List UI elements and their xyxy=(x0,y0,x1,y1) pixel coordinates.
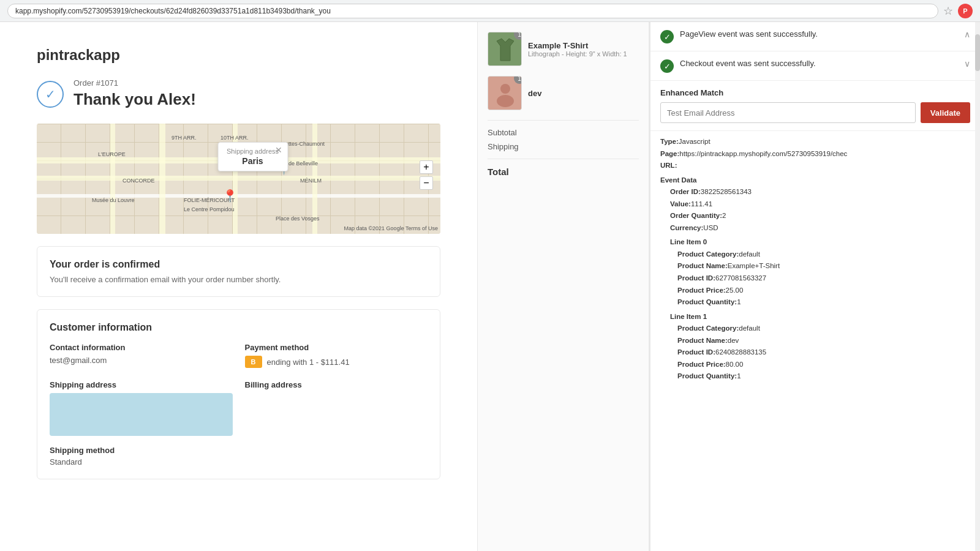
page-row: Page:https://pintrackapp.myshopify.com/5… xyxy=(660,148,970,160)
event-data-section: Type:Javascript Page:https://pintrackapp… xyxy=(650,131,980,388)
url-label: URL: xyxy=(660,162,677,169)
map-label-menilm: MÉNILM xyxy=(300,178,322,184)
pageview-notification: ✓ PageView event was sent successfully. … xyxy=(650,22,980,51)
contact-value: test@gmail.com xyxy=(50,356,233,365)
validate-button[interactable]: Validate xyxy=(921,102,970,123)
li1-quantity-row: Product Quantity:1 xyxy=(660,370,970,383)
value-label: Value: xyxy=(670,200,691,208)
enhanced-match-title: Enhanced Match xyxy=(660,88,970,97)
map-pin-icon: 📍 xyxy=(222,189,238,203)
map-label-9th: 9TH ARR. xyxy=(172,135,197,141)
order-quantity-row: Order Quantity:2 xyxy=(660,210,970,222)
checkout-success-icon: ✓ xyxy=(660,59,674,73)
total-row: Total xyxy=(488,167,639,177)
shipping-method-label: Shipping method xyxy=(50,446,428,455)
order-summary-panel: 1 Example T-Shirt Lithograph - Height: 9… xyxy=(478,22,649,551)
email-input[interactable] xyxy=(660,102,916,123)
li0-quantity-row: Product Quantity:1 xyxy=(660,296,970,309)
map-label-pompidou: Le Centre Pompidou xyxy=(184,206,235,212)
pageview-notif-text: PageView event was sent successfully. xyxy=(680,29,958,39)
map-label-vosges: Place des Vosges xyxy=(276,216,320,222)
li0-price-row: Product Price:25.00 xyxy=(660,285,970,297)
shipping-address-label: Shipping address xyxy=(50,380,233,389)
product-details-1: dev xyxy=(528,89,639,98)
order-quantity-label: Order Quantity: xyxy=(670,212,722,219)
payment-value: ending with 1 - $111.41 xyxy=(267,358,350,367)
li1-quantity-value: 1 xyxy=(737,372,741,380)
confirmed-text: You'll receive a confirmation email with… xyxy=(50,275,428,284)
contact-info-block: Contact information test@gmail.com xyxy=(50,343,233,368)
value-row: Value:111.41 xyxy=(660,198,970,211)
main-layout: pintrackapp ✓ Order #1071 Thank you Alex… xyxy=(0,22,980,551)
map-label-10th: 10TH ARR. xyxy=(221,135,249,141)
product-thumbnail-0: 1 xyxy=(488,32,522,66)
shipping-address-content xyxy=(50,393,233,436)
subtotal-label: Subtotal xyxy=(488,128,517,137)
currency-row: Currency:USD xyxy=(660,222,970,234)
tracker-panel: ✓ PageView event was sent successfully. … xyxy=(649,22,980,551)
type-label: Type: xyxy=(660,138,679,145)
li0-quantity-label: Product Quantity: xyxy=(677,298,737,305)
map-tooltip: ✕ Shipping address Paris xyxy=(217,142,288,171)
url-bar[interactable]: kapp.myshopify.com/52730953919/checkouts… xyxy=(7,4,938,18)
map-label-concorde: CONCORDE xyxy=(123,178,155,184)
shipping-row: Shipping xyxy=(488,142,639,151)
order-confirmation: ✓ Order #1071 Thank you Alex! xyxy=(37,78,440,109)
scrollbar-thumb[interactable] xyxy=(975,34,980,71)
check-circle-icon: ✓ xyxy=(37,81,64,108)
payment-icon: B xyxy=(245,356,262,368)
map-zoom-out-button[interactable]: − xyxy=(420,176,433,190)
svg-point-4 xyxy=(497,95,514,107)
li0-id-label: Product ID: xyxy=(677,274,715,282)
li0-name-row: Product Name:Example+T-Shirt xyxy=(660,260,970,272)
bookmark-icon[interactable]: ☆ xyxy=(943,4,953,18)
product-name-1: dev xyxy=(528,89,639,98)
li0-price-value: 25.00 xyxy=(726,287,744,294)
map-attribution: Map data ©2021 Google Terms of Use xyxy=(344,225,438,231)
product-item-1: 1 dev xyxy=(488,76,639,110)
li0-name-value: Example+T-Shirt xyxy=(728,262,780,269)
product-thumbnail-1: 1 xyxy=(488,76,522,110)
li1-id-row: Product ID:6240828883135 xyxy=(660,347,970,359)
billing-address-block: Billing address xyxy=(245,380,428,436)
order-id-value: 3822528561343 xyxy=(701,188,752,195)
line-item-1-header: Line Item 1 xyxy=(660,311,970,323)
li0-id-value: 6277081563327 xyxy=(715,274,766,282)
map-label-europe: L'EUROPE xyxy=(98,151,126,157)
order-number: Order #1071 xyxy=(74,78,196,88)
li0-category-row: Product Category:default xyxy=(660,249,970,261)
order-info: Order #1071 Thank you Alex! xyxy=(74,78,196,109)
browser-toolbar: kapp.myshopify.com/52730953919/checkouts… xyxy=(0,0,980,22)
li0-quantity-value: 1 xyxy=(737,298,741,305)
user-avatar: P xyxy=(958,4,973,18)
thank-you-heading: Thank you Alex! xyxy=(74,90,196,109)
pageview-chevron-icon[interactable]: ∧ xyxy=(964,29,970,39)
map-tooltip-close[interactable]: ✕ xyxy=(275,145,282,155)
summary-divider-1 xyxy=(488,120,639,121)
li1-category-label: Product Category: xyxy=(677,324,739,332)
li1-name-value: dev xyxy=(728,337,739,344)
url-row: URL: xyxy=(660,160,970,172)
product-desc-0: Lithograph - Height: 9" x Width: 1 xyxy=(528,50,639,58)
li1-category-row: Product Category:default xyxy=(660,323,970,335)
map-label-belleville: Buttes-Chaumont xyxy=(282,141,325,147)
shipping-address-block: Shipping address xyxy=(50,380,233,436)
scrollbar-track xyxy=(975,22,980,551)
map-zoom-in-button[interactable]: + xyxy=(420,160,433,174)
li1-name-row: Product Name:dev xyxy=(660,335,970,347)
currency-value: USD xyxy=(703,224,718,231)
li1-id-value: 6240828883135 xyxy=(715,348,766,356)
li0-price-label: Product Price: xyxy=(677,287,726,294)
customer-info-title: Customer information xyxy=(50,322,428,333)
tooltip-city: Paris xyxy=(227,156,279,166)
shipping-label: Shipping xyxy=(488,142,519,151)
tooltip-label: Shipping address xyxy=(227,148,279,155)
li0-category-label: Product Category: xyxy=(677,250,739,258)
product-details-0: Example T-Shirt Lithograph - Height: 9" … xyxy=(528,41,639,58)
url-text: kapp.myshopify.com/52730953919/checkouts… xyxy=(15,7,331,15)
product-name-0: Example T-Shirt xyxy=(528,41,639,50)
payment-info-block: Payment method B ending with 1 - $111.41 xyxy=(245,343,428,368)
customer-info-grid: Contact information test@gmail.com Payme… xyxy=(50,343,428,436)
contact-label: Contact information xyxy=(50,343,233,352)
checkout-chevron-icon[interactable]: ∨ xyxy=(964,59,970,69)
